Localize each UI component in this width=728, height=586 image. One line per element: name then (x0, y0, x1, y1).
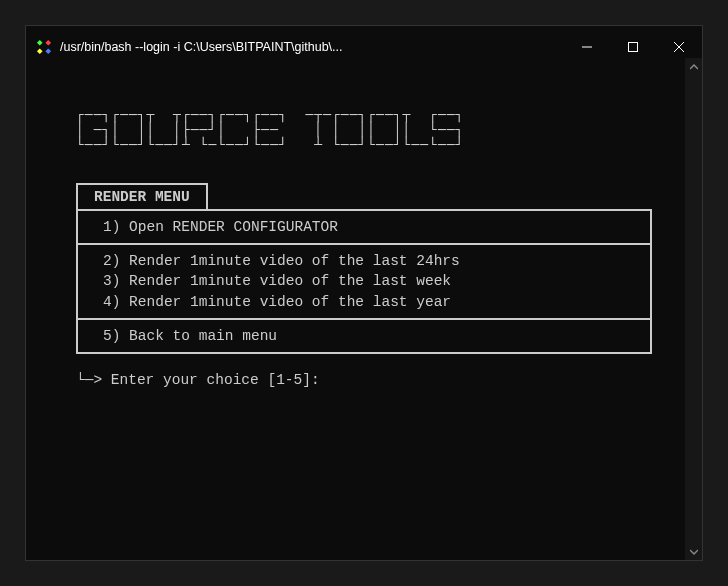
terminal-window: /usr/bin/bash --login -i C:\Users\BITPAI… (25, 25, 703, 561)
menu-item[interactable]: 5) Back to main menu (103, 326, 625, 346)
svg-rect-2 (45, 48, 51, 54)
app-title-ascii: ┌──┐┌──┐┬ ┬┌──┐┌──┐┌──┐ ─┬─┌──┐┌──┐┬ ┌──… (76, 108, 652, 153)
maximize-button[interactable] (610, 32, 656, 62)
svg-rect-3 (37, 48, 43, 54)
menu-box: RENDER MENU 1) Open RENDER CONFIGURATOR … (76, 183, 652, 354)
minimize-button[interactable] (564, 32, 610, 62)
menu-item[interactable]: 1) Open RENDER CONFIGURATOR (103, 217, 625, 237)
svg-rect-5 (629, 43, 638, 52)
minimize-icon (582, 42, 592, 52)
terminal-content[interactable]: .ascii-title { display: none; } .ascii-t… (26, 68, 702, 560)
prompt-line[interactable]: └─> Enter your choice [1-5]: (76, 372, 652, 388)
scroll-up-arrow[interactable] (685, 58, 702, 75)
app-icon (36, 39, 52, 55)
menu-content: 1) Open RENDER CONFIGURATOR 2) Render 1m… (76, 209, 652, 354)
svg-rect-0 (45, 40, 51, 46)
menu-section-2: 2) Render 1minute video of the last 24hr… (78, 245, 650, 320)
chevron-up-icon (690, 63, 698, 71)
prompt-text: └─> Enter your choice [1-5]: (76, 372, 320, 388)
scrollbar[interactable] (685, 58, 702, 560)
svg-rect-1 (37, 40, 43, 46)
window-title: /usr/bin/bash --login -i C:\Users\BITPAI… (60, 40, 564, 54)
menu-item[interactable]: 2) Render 1minute video of the last 24hr… (103, 251, 625, 271)
titlebar[interactable]: /usr/bin/bash --login -i C:\Users\BITPAI… (26, 26, 702, 68)
menu-item[interactable]: 4) Render 1minute video of the last year (103, 292, 625, 312)
window-controls (564, 32, 702, 62)
menu-section-3: 5) Back to main menu (78, 320, 650, 352)
menu-section-1: 1) Open RENDER CONFIGURATOR (78, 211, 650, 245)
maximize-icon (628, 42, 638, 52)
scroll-down-arrow[interactable] (685, 543, 702, 560)
close-icon (674, 42, 684, 52)
menu-tab-label: RENDER MENU (76, 183, 208, 209)
chevron-down-icon (690, 548, 698, 556)
menu-item[interactable]: 3) Render 1minute video of the last week (103, 271, 625, 291)
